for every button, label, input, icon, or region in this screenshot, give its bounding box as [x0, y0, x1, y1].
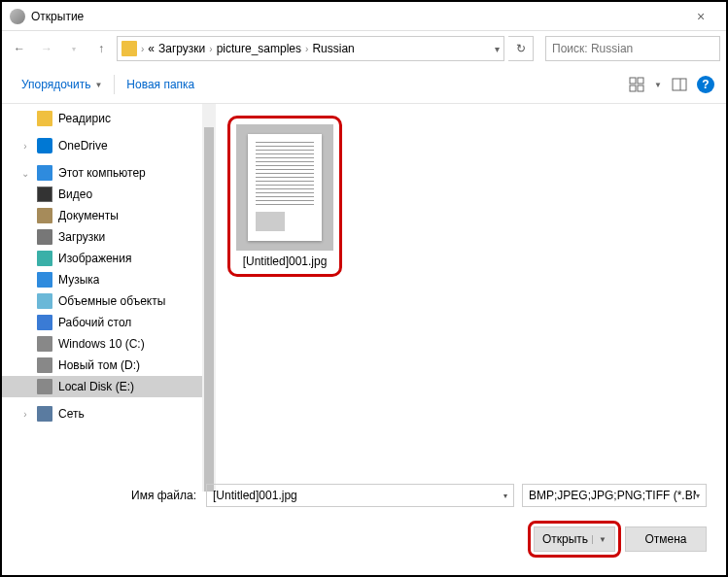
image-icon	[37, 251, 52, 266]
tree-item[interactable]: Реадирис	[2, 108, 216, 129]
search-field[interactable]	[552, 42, 713, 55]
help-button[interactable]: ?	[697, 76, 714, 93]
cancel-button[interactable]: Отмена	[625, 526, 707, 552]
filename-label: Имя файла:	[21, 489, 206, 502]
chevron-down-icon[interactable]: ▾	[503, 492, 507, 500]
chevron-icon: ›	[209, 44, 212, 54]
music-icon	[37, 272, 52, 288]
tree-item-label: Windows 10 (C:)	[58, 337, 145, 351]
main-area: Реадирис›OneDrive⌄Этот компьютерВидеоДок…	[2, 103, 726, 492]
tree-item[interactable]: Новый том (D:)	[2, 355, 216, 376]
breadcrumb-crumb[interactable]: Загрузки	[158, 42, 205, 55]
expand-icon[interactable]: ›	[19, 141, 31, 152]
view-thumbnails-icon[interactable]	[627, 75, 646, 94]
toolbar: Упорядочить ▼ Новая папка ▼ ?	[2, 66, 726, 103]
svg-rect-3	[638, 85, 643, 91]
window-title: Открытие	[31, 10, 683, 23]
tree-item-label: Музыка	[58, 273, 99, 287]
svg-rect-2	[630, 85, 636, 91]
file-name-label[interactable]: [Untitled]001.jpg	[243, 255, 328, 268]
navbar: ← → ▾ ↑ › « Загрузки › picture_samples ›…	[2, 31, 726, 66]
filename-input[interactable]: [Untitled]001.jpg ▾	[206, 484, 514, 507]
chevron-down-icon: ▼	[94, 81, 102, 89]
tree-item-label: Объемные объекты	[58, 294, 165, 308]
tree-item-label: Рабочий стол	[58, 316, 131, 329]
3d-icon	[37, 293, 52, 309]
recent-dropdown[interactable]: ▾	[62, 37, 86, 60]
breadcrumb[interactable]: › « Загрузки › picture_samples › Russian…	[117, 36, 504, 61]
tree-item-label: Новый том (D:)	[58, 358, 140, 372]
tree-item-label: OneDrive	[58, 139, 108, 153]
tree-item[interactable]: Загрузки	[2, 226, 216, 248]
onedrive-icon	[37, 138, 52, 153]
tree-item-label: Видео	[58, 187, 92, 201]
chevron-down-icon: ▼	[592, 535, 607, 544]
scrollbar[interactable]	[202, 104, 216, 492]
breadcrumb-crumb[interactable]: picture_samples	[217, 42, 301, 55]
file-thumbnail	[248, 134, 322, 241]
tree-item-label: Реадирис	[58, 112, 111, 125]
chevron-icon: ›	[305, 44, 308, 54]
file-pane[interactable]: [Untitled]001.jpg	[216, 104, 726, 492]
new-folder-button[interactable]: Новая папка	[119, 74, 202, 95]
svg-rect-4	[673, 79, 686, 90]
desktop-icon	[37, 315, 52, 330]
tree-item[interactable]: Музыка	[2, 269, 216, 290]
tree-item[interactable]: ›Сеть	[2, 403, 216, 424]
disk-icon	[37, 357, 52, 373]
tree-item-label: Этот компьютер	[58, 166, 146, 180]
breadcrumb-crumb: «	[148, 42, 155, 55]
open-button[interactable]: Открыть ▼	[534, 526, 615, 552]
tree-item[interactable]: Документы	[2, 205, 216, 226]
disk-icon	[37, 336, 52, 352]
forward-button[interactable]: →	[35, 37, 58, 60]
tree-item[interactable]: Windows 10 (C:)	[2, 333, 216, 355]
tree-item-label: Документы	[58, 209, 119, 222]
organize-button[interactable]: Упорядочить ▼	[14, 74, 110, 95]
sidebar: Реадирис›OneDrive⌄Этот компьютерВидеоДок…	[2, 104, 216, 492]
svg-rect-1	[638, 78, 643, 84]
tree-item[interactable]: Объемные объекты	[2, 290, 216, 312]
folder-icon	[121, 41, 137, 56]
chevron-down-icon[interactable]: ▾	[696, 492, 700, 500]
divider	[114, 75, 115, 94]
highlight-annotation: [Untitled]001.jpg	[227, 116, 342, 277]
titlebar: Открытие ×	[2, 2, 726, 31]
tree-item[interactable]: Видео	[2, 184, 216, 205]
footer: Имя файла: [Untitled]001.jpg ▾ BMP;JPEG;…	[2, 468, 726, 575]
search-input[interactable]	[545, 36, 720, 61]
expand-icon[interactable]: ⌄	[19, 168, 31, 179]
file-item[interactable]	[236, 124, 333, 251]
close-button[interactable]: ×	[683, 9, 718, 24]
tree-item[interactable]: Local Disk (E:)	[2, 376, 216, 397]
disk-icon	[37, 379, 52, 394]
tree-item[interactable]: Рабочий стол	[2, 312, 216, 333]
view-dropdown[interactable]: ▼	[654, 81, 662, 89]
folder-icon	[37, 111, 52, 126]
preview-pane-icon[interactable]	[670, 75, 689, 94]
chevron-icon: ›	[141, 44, 144, 54]
breadcrumb-crumb[interactable]: Russian	[312, 42, 354, 55]
filetype-select[interactable]: BMP;JPEG;JPG;PNG;TIFF (*.BMP ▾	[522, 484, 707, 507]
refresh-button[interactable]: ↻	[508, 36, 534, 61]
download-icon	[37, 229, 52, 245]
up-button[interactable]: ↑	[89, 37, 113, 60]
network-icon	[37, 406, 52, 422]
tree-item[interactable]: Изображения	[2, 248, 216, 269]
app-icon	[10, 9, 25, 24]
breadcrumb-dropdown[interactable]: ▾	[495, 44, 500, 54]
tree-item-label: Изображения	[58, 252, 131, 265]
tree-item[interactable]: ›OneDrive	[2, 135, 216, 156]
doc-icon	[37, 208, 52, 223]
tree-item-label: Загрузки	[58, 230, 105, 244]
back-button[interactable]: ←	[8, 37, 31, 60]
tree-item-label: Local Disk (E:)	[58, 380, 134, 393]
pc-icon	[37, 165, 52, 181]
expand-icon[interactable]: ›	[19, 409, 31, 420]
tree-item-label: Сеть	[58, 407, 85, 421]
video-icon	[37, 187, 52, 202]
tree-item[interactable]: ⌄Этот компьютер	[2, 162, 216, 184]
svg-rect-0	[630, 78, 636, 84]
